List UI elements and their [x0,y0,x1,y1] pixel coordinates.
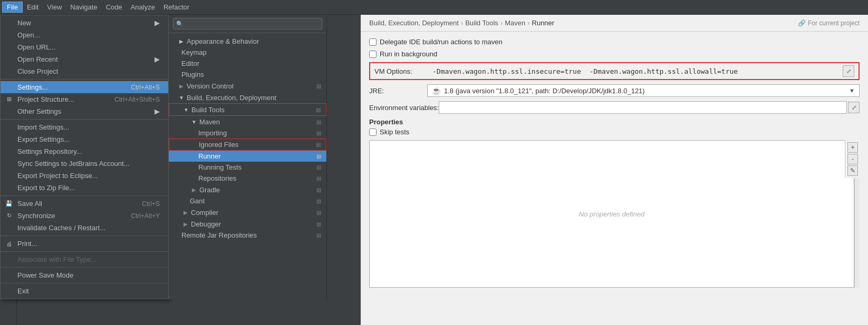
run-background-checkbox[interactable] [369,51,377,58]
breadcrumb-maven: Maven [505,19,525,27]
menu-export-settings[interactable]: Export Settings... [1,133,168,145]
add-property-btn[interactable]: + [847,142,858,153]
tree-item-appearance[interactable]: ▶ Appearance & Behavior [169,35,326,47]
tree-item-importing[interactable]: Importing ▤ [169,127,326,139]
maven-arrow: ▼ [190,117,198,126]
tree-item-version-control[interactable]: ▶ Version Control ▤ [169,80,326,92]
menu-item-analyze[interactable]: Analyze [127,2,159,12]
tree-item-gradle[interactable]: ▶ Gradle ▤ [169,184,326,195]
menu-item-file[interactable]: File [2,2,23,13]
menu-item-code[interactable]: Code [102,2,127,12]
open-url-label: Open URL... [17,43,55,51]
menu-open[interactable]: Open... [1,29,168,41]
appearance-arrow: ▶ [177,37,186,45]
env-vars-input[interactable] [439,101,847,114]
tree-item-repositories[interactable]: Repositories ▤ [169,173,326,184]
menu-new[interactable]: New ▶ [1,17,168,29]
open-recent-arrow: ▶ [150,55,160,63]
tree-item-running-tests[interactable]: Running Tests ▤ [169,162,326,173]
run-background-text: Run in background [380,50,437,58]
menu-item-edit[interactable]: Edit [23,2,43,12]
skip-tests-checkbox[interactable] [369,129,377,136]
jre-select[interactable]: ☕ 1.8 (java version "1.8.0_121", path: D… [427,84,860,97]
edit-property-btn[interactable]: ✎ [847,165,858,176]
menu-import-settings[interactable]: Import Settings... [1,121,168,133]
save-all-label: Save All [17,200,42,208]
menu-settings-repo[interactable]: Settings Repository... [1,145,168,157]
tree-item-gant[interactable]: Gant ▤ [169,195,326,206]
remove-property-btn[interactable]: - [847,154,858,164]
menu-save-all[interactable]: 💾 Save All Ctrl+S [1,198,168,210]
skip-tests-text: Skip tests [380,128,409,136]
menu-item-view[interactable]: View [43,2,66,12]
menu-settings[interactable]: Settings... Ctrl+Alt+S [1,81,168,93]
menu-sync-settings[interactable]: Sync Settings to JetBrains Account... [1,157,168,170]
save-all-shortcut: Ctrl+S [129,200,160,208]
vm-options-input[interactable] [432,67,842,75]
menu-invalidate-caches[interactable]: Invalidate Caches / Restart... [1,222,168,234]
tree-item-build-tools[interactable]: ▼ Build Tools ▤ [169,103,326,116]
file-menu-overlay: New ▶ Open... Open URL... Open Recent ▶ … [0,15,327,299]
env-vars-expand-btn[interactable]: ⤢ [848,102,860,113]
tree-item-keymap[interactable]: Keymap [169,47,326,58]
tree-item-maven[interactable]: ▼ Maven ▤ [169,116,326,127]
menu-item-navigate[interactable]: Navigate [66,2,101,12]
remote-jar-icon: ▤ [315,232,322,239]
run-background-label[interactable]: Run in background [369,50,437,58]
menu-other-settings[interactable]: Other Settings ▶ [1,105,168,117]
menu-item-refactor[interactable]: Refactor [159,2,194,12]
menu-bar: File Edit View Navigate Code Analyze Ref… [0,0,868,15]
appearance-label: Appearance & Behavior [187,37,322,45]
menu-open-recent[interactable]: Open Recent ▶ [1,53,168,65]
delegate-ide-label[interactable]: Delegate IDE build/run actions to maven [369,38,503,46]
tree-item-ignored-files[interactable]: Ignored Files ▤ [169,139,326,151]
jre-cup-icon: ☕ [432,86,441,95]
menu-project-structure[interactable]: ⊞ Project Structure... Ctrl+Alt+Shift+S [1,93,168,105]
settings-tree: ▶ Appearance & Behavior Keymap Editor Pl… [169,33,326,299]
env-vars-row: Environment variables: ⤢ [369,101,860,114]
settings-panel: 🔍 ▶ Appearance & Behavior Keymap Editor [169,15,327,299]
menu-power-save[interactable]: Power Save Mode [1,269,168,281]
build-tools-arrow: ▼ [182,105,190,114]
vm-options-expand-btn[interactable]: ⤢ [843,65,854,77]
menu-export-eclipse[interactable]: Export Project to Eclipse... [1,170,168,182]
exit-label: Exit [17,287,29,295]
runner-label: Runner [198,152,313,160]
vm-options-row: VM Options: ⤢ [369,62,860,80]
menu-print[interactable]: 🖨 Print... [1,238,168,250]
jre-value: 1.8 (java version "1.8.0_121", path: D:/… [444,87,645,95]
menu-export-zip[interactable]: Export to Zip File... [1,182,168,194]
breadcrumb-sep-2: › [500,19,503,27]
compiler-icon: ▤ [315,209,322,216]
search-input[interactable] [173,18,322,29]
tree-item-plugins[interactable]: Plugins [169,69,326,80]
menu-close-project[interactable]: Close Project [1,65,168,77]
sync-icon: ↻ [5,212,13,220]
delegate-ide-checkbox[interactable] [369,38,377,46]
menu-synchronize[interactable]: ↻ Synchronize Ctrl+Alt+Y [1,210,168,222]
tree-item-remote-jar[interactable]: Remote Jar Repositories ▤ [169,230,326,241]
menu-exit[interactable]: Exit [1,285,168,297]
sep-6 [1,267,168,268]
tree-item-build-exec[interactable]: ▼ Build, Execution, Deployment [169,92,326,103]
settings-label: Settings... [17,83,48,91]
content-header: Build, Execution, Deployment › Build Too… [361,15,868,32]
debugger-icon: ▤ [315,220,322,228]
menu-open-url[interactable]: Open URL... [1,41,168,53]
build-tools-icon: ▤ [314,106,322,113]
importing-icon: ▤ [315,130,322,137]
tree-item-editor[interactable]: Editor [169,58,326,69]
gradle-label: Gradle [199,186,313,194]
gradle-arrow: ▶ [190,185,198,194]
save-icon: 💾 [5,200,13,208]
skip-tests-label[interactable]: Skip tests [369,128,409,136]
gant-icon: ▤ [315,198,322,205]
close-project-label: Close Project [17,67,58,75]
remote-jar-label: Remote Jar Repositories [181,231,313,239]
build-exec-label: Build, Execution, Deployment [187,94,322,102]
invalidate-caches-label: Invalidate Caches / Restart... [17,224,105,232]
tree-item-debugger[interactable]: ▶ Debugger ▤ [169,218,326,230]
tree-item-runner[interactable]: Runner ▤ [169,151,326,162]
breadcrumb-build-exec: Build, Execution, Deployment [369,19,459,27]
tree-item-compiler[interactable]: ▶ Compiler ▤ [169,206,326,218]
